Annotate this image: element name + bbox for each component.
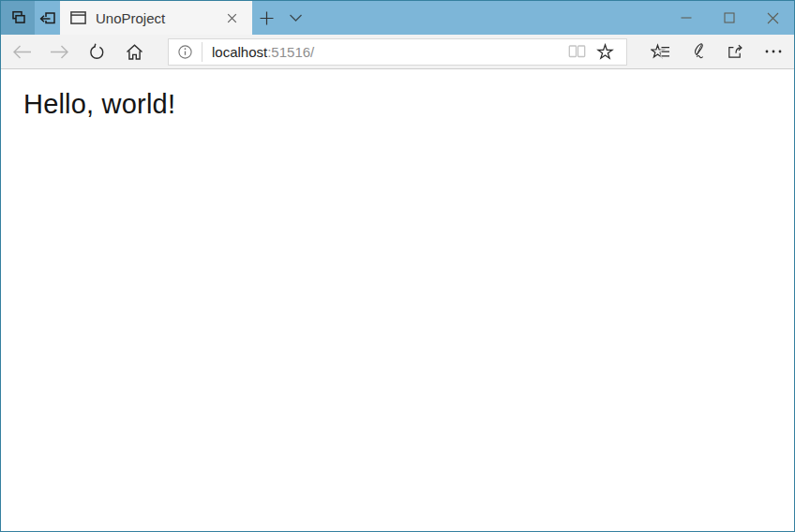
star-with-list-icon (651, 43, 671, 60)
tab-menu-chevron-button[interactable] (281, 1, 310, 35)
close-icon (767, 12, 779, 24)
ellipsis-icon (765, 50, 782, 53)
url-text: localhost:51516/ (212, 44, 314, 60)
tab-close-button[interactable] (219, 6, 244, 30)
plus-icon (258, 9, 276, 27)
tab-title: UnoProject (96, 10, 219, 26)
back-button[interactable] (3, 36, 40, 67)
star-outline-icon (596, 43, 614, 60)
navbar-right-group (642, 36, 792, 67)
arrow-right-icon (49, 44, 70, 60)
browser-tab[interactable]: UnoProject (60, 1, 252, 35)
arrow-left-icon (11, 44, 33, 60)
home-button[interactable] (115, 36, 153, 67)
url-path: :51516/ (267, 44, 314, 60)
set-tabs-aside-button[interactable] (35, 1, 60, 35)
open-book-icon (567, 44, 587, 59)
favorite-star-button[interactable] (591, 40, 619, 64)
hub-button[interactable] (642, 36, 680, 67)
close-button[interactable] (751, 1, 794, 35)
new-tab-button[interactable] (252, 1, 281, 35)
share-button[interactable] (717, 36, 755, 67)
home-icon (125, 43, 144, 61)
maximize-button[interactable] (708, 1, 751, 35)
minimize-icon (681, 12, 692, 23)
navigation-bar: localhost:51516/ (1, 35, 794, 69)
forward-button[interactable] (40, 36, 78, 67)
url-host: localhost (212, 44, 267, 60)
arrow-into-window-icon (38, 10, 56, 26)
page-content: Hello, world! (1, 69, 794, 531)
site-info-icon[interactable] (177, 44, 193, 60)
web-notes-button[interactable] (680, 36, 717, 67)
tab-preview-button[interactable] (1, 1, 35, 35)
refresh-button[interactable] (78, 36, 115, 67)
address-bar-separator (202, 42, 202, 62)
stacked-windows-icon (9, 10, 27, 25)
pen-squiggle-icon (689, 42, 708, 61)
box-arrow-icon (727, 43, 745, 60)
titlebar: UnoProject (1, 1, 794, 35)
page-heading: Hello, world! (23, 89, 794, 120)
browser-window: UnoProject (0, 0, 795, 532)
chevron-down-icon (288, 12, 304, 23)
refresh-icon (87, 42, 107, 62)
address-bar[interactable]: localhost:51516/ (168, 38, 627, 66)
minimize-button[interactable] (665, 1, 708, 35)
webpage-icon (70, 11, 86, 24)
x-icon (227, 13, 237, 23)
reading-view-button[interactable] (562, 40, 591, 64)
maximize-icon (724, 12, 735, 23)
titlebar-drag-area (310, 1, 665, 35)
more-button[interactable] (755, 36, 792, 67)
